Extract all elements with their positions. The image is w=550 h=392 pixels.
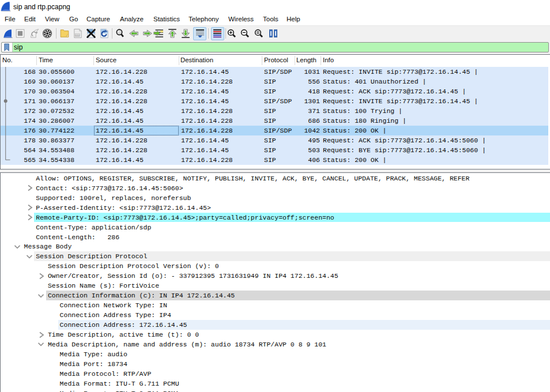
svg-text:010: 010	[76, 34, 80, 37]
